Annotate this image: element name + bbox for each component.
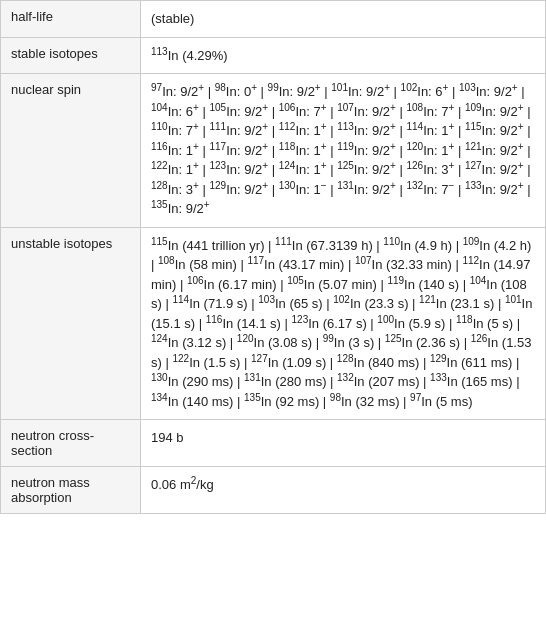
table-row-neutron-cross-section: neutron cross-section194 b (1, 420, 546, 467)
label-neutron-cross-section: neutron cross-section (1, 420, 141, 467)
value-neutron-mass-absorption: 0.06 m2/kg (141, 467, 546, 514)
table-row-unstable-isotopes: unstable isotopes115In (441 trillion yr)… (1, 227, 546, 420)
label-nuclear-spin: nuclear spin (1, 74, 141, 228)
table-row-half-life: half-life(stable) (1, 1, 546, 38)
label-stable-isotopes: stable isotopes (1, 37, 141, 74)
value-unstable-isotopes: 115In (441 trillion yr) | 111In (67.3139… (141, 227, 546, 420)
table-row-stable-isotopes: stable isotopes113In (4.29%) (1, 37, 546, 74)
label-unstable-isotopes: unstable isotopes (1, 227, 141, 420)
table-row-nuclear-spin: nuclear spin97In: 9/2+ | 98In: 0+ | 99In… (1, 74, 546, 228)
value-stable-isotopes: 113In (4.29%) (141, 37, 546, 74)
value-nuclear-spin: 97In: 9/2+ | 98In: 0+ | 99In: 9/2+ | 101… (141, 74, 546, 228)
label-half-life: half-life (1, 1, 141, 38)
properties-table: half-life(stable)stable isotopes113In (4… (0, 0, 546, 514)
value-neutron-cross-section: 194 b (141, 420, 546, 467)
table-row-neutron-mass-absorption: neutron mass absorption0.06 m2/kg (1, 467, 546, 514)
label-neutron-mass-absorption: neutron mass absorption (1, 467, 141, 514)
value-half-life: (stable) (141, 1, 546, 38)
